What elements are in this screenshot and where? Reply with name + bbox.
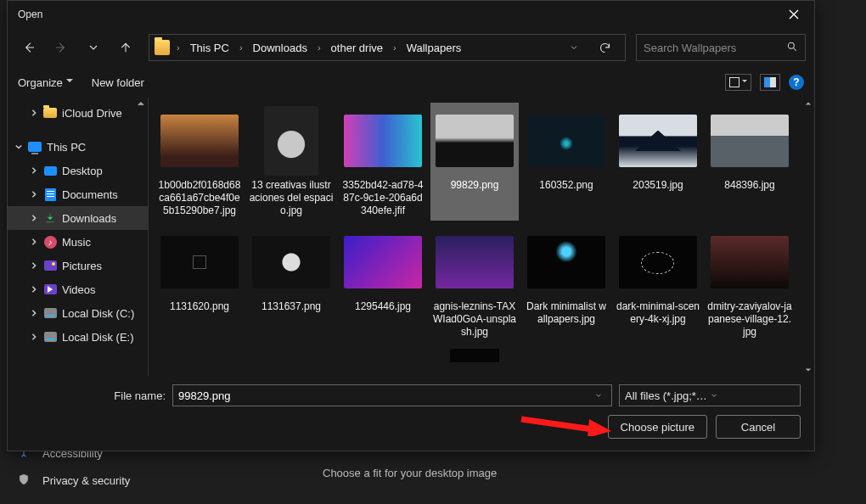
- file-name-label: 1b00db2f0168d68ca661a67cbe4f0e5b15290be7…: [157, 179, 242, 217]
- tree-item-this-pc[interactable]: This PC: [8, 135, 148, 159]
- tree-item-videos[interactable]: Videos: [8, 277, 148, 301]
- file-item[interactable]: 1131620.png: [155, 224, 244, 342]
- file-grid-scroll[interactable]: 1b00db2f0168d68ca661a67cbe4f0e5b15290be7…: [149, 98, 802, 376]
- fit-label: Choose a fit for your desktop image: [323, 467, 497, 479]
- file-item[interactable]: 848396.jpg: [706, 103, 794, 221]
- thumbnail-image: [436, 236, 514, 288]
- new-folder-button[interactable]: New folder: [92, 76, 144, 89]
- settings-nav-label: Privacy & security: [42, 474, 130, 487]
- scrollbar-down-button[interactable]: [805, 364, 812, 376]
- dialog-title: Open: [18, 8, 42, 20]
- view-mode-button[interactable]: [725, 74, 751, 91]
- breadcrumb-expand-button[interactable]: [562, 42, 586, 53]
- file-item[interactable]: 1131637.png: [247, 224, 335, 342]
- thumbnail-image: [344, 236, 422, 288]
- file-item[interactable]: 203519.jpg: [614, 103, 702, 221]
- file-item[interactable]: 3352bd42-ad78-487c-9c1e-206a6d340efe.jfi…: [339, 103, 427, 221]
- scrollbar-up-button[interactable]: [805, 98, 812, 109]
- chevron-right-icon: [31, 167, 37, 174]
- file-list-pane: 1b00db2f0168d68ca661a67cbe4f0e5b15290be7…: [149, 98, 814, 376]
- breadcrumb[interactable]: › This PC › Downloads › other drive › Wa…: [149, 34, 626, 61]
- file-item[interactable]: dark-minimal-scenery-4k-xj.jpg: [614, 224, 702, 342]
- tree-label: Videos: [62, 283, 96, 296]
- settings-nav-privacy[interactable]: Privacy & security: [17, 467, 263, 494]
- up-button[interactable]: [113, 35, 138, 60]
- help-button[interactable]: ?: [789, 75, 804, 90]
- organize-menu-button[interactable]: Organize: [18, 76, 73, 89]
- file-name-label: dmitry-zaviyalov-japanese-village-12.jpg: [707, 300, 792, 339]
- folder-icon: [43, 108, 57, 118]
- file-item[interactable]: 1295446.jpg: [339, 224, 427, 342]
- tree-item-music[interactable]: Music: [8, 230, 148, 254]
- button-label: Choose picture: [621, 421, 694, 434]
- thumbnail-image: [252, 236, 330, 288]
- chevron-right-icon: [31, 191, 37, 198]
- toolbar: Organize New folder ?: [8, 67, 814, 98]
- file-name-label: 203519.jpg: [633, 179, 683, 192]
- music-icon: [44, 236, 57, 249]
- tree-item-pictures[interactable]: Pictures: [8, 254, 148, 277]
- search-box[interactable]: [636, 34, 806, 61]
- file-item[interactable]: 1b00db2f0168d68ca661a67cbe4f0e5b15290be7…: [155, 103, 244, 221]
- forward-button[interactable]: [48, 35, 74, 60]
- dropdown-button[interactable]: [710, 389, 795, 402]
- search-input[interactable]: [644, 42, 786, 54]
- view-icon: [729, 77, 739, 87]
- tree-item-documents[interactable]: Documents: [8, 182, 148, 206]
- filetype-filter[interactable]: All files (*.jpg;*.jpeg;*.bmp;*.dib;*.pn…: [619, 384, 801, 406]
- file-item[interactable]: 160352.png: [522, 103, 610, 221]
- breadcrumb-segment[interactable]: Downloads: [250, 40, 311, 56]
- breadcrumb-segment[interactable]: Wallpapers: [403, 40, 465, 56]
- thumbnail-image: [160, 115, 239, 167]
- scrollbar-vertical[interactable]: [802, 98, 814, 376]
- tree-item-desktop[interactable]: Desktop: [8, 159, 148, 182]
- close-icon: [789, 9, 799, 20]
- tree-item-local-c[interactable]: Local Disk (C:): [8, 301, 148, 325]
- breadcrumb-segment[interactable]: This PC: [187, 40, 233, 56]
- back-button[interactable]: [16, 35, 42, 60]
- tree-item-icloud[interactable]: iCloud Drive: [8, 101, 148, 125]
- filename-combo[interactable]: [172, 384, 612, 406]
- folder-icon: [155, 40, 170, 55]
- refresh-button[interactable]: [589, 34, 620, 61]
- thumbnail-image: [619, 115, 697, 167]
- tree-label: Downloads: [62, 212, 116, 225]
- chevron-right-icon: [31, 310, 37, 316]
- navigation-bar: › This PC › Downloads › other drive › Wa…: [8, 28, 814, 67]
- filename-input[interactable]: [178, 389, 591, 402]
- disk-icon: [44, 308, 57, 318]
- settings-content: Choose a fit for your desktop image: [280, 458, 866, 488]
- chevron-right-icon: [31, 215, 37, 221]
- preview-pane-button[interactable]: [760, 74, 780, 91]
- file-name-label: Dark minimalist wallpapers.jpg: [524, 300, 609, 326]
- file-item[interactable]: 99829.png: [430, 103, 519, 221]
- documents-icon: [45, 188, 56, 201]
- choose-picture-button[interactable]: Choose picture: [608, 415, 707, 439]
- tree-item-local-e[interactable]: Local Disk (E:): [8, 325, 148, 349]
- file-item[interactable]: 13 creativas ilustraciones del espacio.j…: [247, 103, 335, 221]
- file-name-label: 160352.png: [539, 179, 593, 192]
- tree-label: iCloud Drive: [62, 107, 122, 120]
- breadcrumb-segment[interactable]: other drive: [328, 40, 386, 56]
- file-item[interactable]: dmitry-zaviyalov-japanese-village-12.jpg: [706, 224, 794, 342]
- dropdown-button[interactable]: [591, 391, 606, 400]
- tree-item-downloads[interactable]: Downloads: [8, 206, 148, 230]
- close-button[interactable]: [779, 3, 809, 26]
- chevron-down-icon: [87, 41, 100, 54]
- file-item[interactable]: [430, 345, 519, 362]
- arrow-left-icon: [22, 41, 36, 54]
- scrollbar-up-button[interactable]: [136, 98, 146, 109]
- downloads-icon: [44, 213, 57, 224]
- tree-label: Local Disk (C:): [62, 307, 134, 320]
- search-icon: [786, 41, 798, 55]
- file-item[interactable]: agnis-leznins-TAXWIad0GoA-unsplash.jpg: [430, 224, 519, 342]
- file-name-label: 3352bd42-ad78-487c-9c1e-206a6d340efe.jfi…: [340, 179, 425, 217]
- chevron-down-icon: [14, 143, 23, 150]
- file-item[interactable]: Dark minimalist wallpapers.jpg: [522, 224, 610, 342]
- thumbnail-image: [450, 349, 499, 362]
- arrow-up-icon: [119, 41, 132, 54]
- cancel-button[interactable]: Cancel: [716, 415, 801, 439]
- filter-label: All files (*.jpg;*.jpeg;*.bmp;*.dib;*.pn…: [625, 389, 710, 402]
- recent-locations-button[interactable]: [81, 35, 106, 60]
- refresh-icon: [599, 42, 611, 54]
